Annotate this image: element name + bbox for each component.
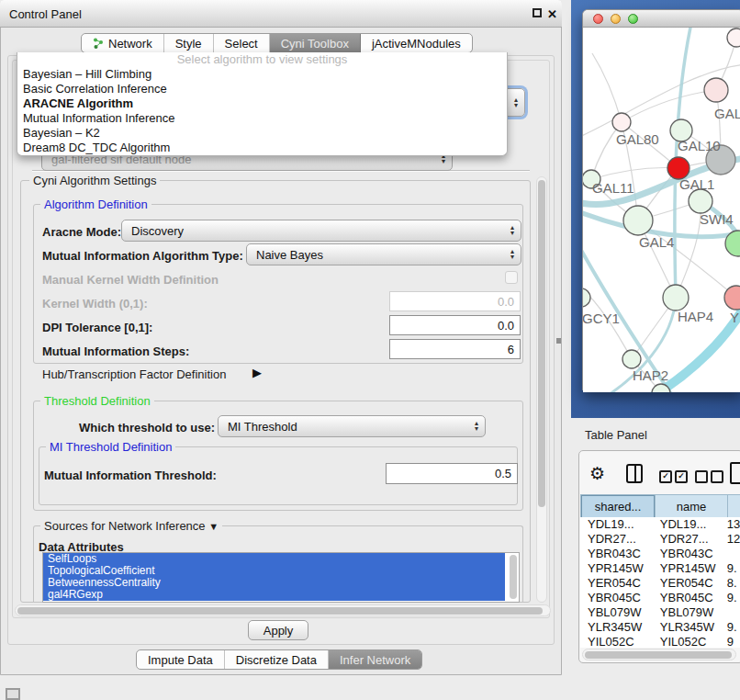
gear-icon[interactable]: ⚙ <box>589 463 605 484</box>
combo-spinner-icon: ▴▾ <box>475 421 478 432</box>
mi-algorithm-type-combo[interactable]: Naive Bayes ▴▾ <box>246 243 521 265</box>
dropdown-item[interactable]: Basic Correlation Inference <box>17 82 507 96</box>
scrollbar-thumb[interactable] <box>538 180 545 507</box>
network-window: GAL80 GAL10 GAL1 GAL11 SWI4 GAL4 GCY1 HA… <box>582 9 740 390</box>
column-header-cut[interactable] <box>728 494 740 519</box>
tab-impute-data[interactable]: Impute Data <box>137 650 225 669</box>
algorithm-dropdown-popup: Select algorithm to view settings Bayesi… <box>17 52 508 156</box>
network-node <box>663 285 689 310</box>
table-row[interactable]: YBR043CYBR043C <box>580 547 740 561</box>
dropdown-prompt: Select algorithm to view settings <box>17 52 507 67</box>
minimized-panel-icon[interactable] <box>6 688 20 700</box>
table-row[interactable]: YDL19...YDL19...13 <box>580 517 740 532</box>
tab-jactivemnodules[interactable]: jActiveMNodules <box>361 34 472 52</box>
expand-arrow-icon[interactable]: ▶ <box>252 366 262 379</box>
table-row[interactable]: YBR045CYBR045C9. <box>580 591 740 605</box>
network-node <box>727 28 740 47</box>
dropdown-item[interactable]: Mutual Information Inference <box>17 111 507 126</box>
table-panel-title: Table Panel <box>585 428 647 442</box>
screen: Control Panel ✕ Network Style Select Cyn… <box>0 0 740 700</box>
data-attributes-list: SelfLoops TopologicalCoefficient Between… <box>42 552 520 603</box>
settings-vertical-scrollbar[interactable] <box>536 176 547 603</box>
combo-spinner-icon: ▴▾ <box>514 97 518 108</box>
dropdown-item[interactable]: Bayesian – Hill Climbing <box>17 67 507 82</box>
float-window-icon[interactable] <box>533 8 542 17</box>
document-icon[interactable] <box>730 462 740 484</box>
network-node <box>623 206 653 235</box>
list-item[interactable]: BetweennessCentrality <box>43 577 505 589</box>
tab-style-label: Style <box>175 37 202 51</box>
network-node <box>622 350 641 368</box>
dpi-tolerance-label: DPI Tolerance [0,1]: <box>42 321 152 334</box>
table-row[interactable]: YPR145WYPR145W9. <box>580 561 740 576</box>
table-horizontal-scrollbar[interactable] <box>582 649 736 660</box>
threshold-definition-title: Threshold Definition <box>40 394 154 408</box>
minimize-traffic-light[interactable] <box>611 14 621 24</box>
list-item[interactable]: gal4RGexp <box>43 589 505 601</box>
node-label: GAL1 <box>679 176 714 192</box>
columns-icon[interactable] <box>626 464 643 483</box>
node-label: GAL <box>714 106 740 121</box>
table-row[interactable]: YBL079WYBL079W <box>580 605 740 620</box>
table-row[interactable]: YER054CYER054C8. <box>580 576 740 591</box>
network-node <box>704 78 728 102</box>
mi-threshold-group-title: MI Threshold Definition <box>46 440 175 454</box>
which-threshold-value: MI Threshold <box>228 420 297 434</box>
tab-cyni-toolbox-label: Cyni Toolbox <box>281 37 349 51</box>
splitter-handle[interactable] <box>556 338 561 344</box>
tab-select-label: Select <box>225 37 258 51</box>
tab-impute-data-label: Impute Data <box>148 653 213 667</box>
close-traffic-light[interactable] <box>593 14 603 24</box>
settings-horizontal-scrollbar[interactable] <box>15 604 551 616</box>
tab-style[interactable]: Style <box>164 34 214 52</box>
select-all-checkboxes-icon[interactable]: ✓✓ <box>659 470 688 483</box>
node-label: GAL4 <box>639 234 674 250</box>
tab-cyni-toolbox[interactable]: Cyni Toolbox <box>270 34 361 52</box>
mi-steps-label: Mutual Information Steps: <box>42 344 189 358</box>
column-header-shared-name[interactable]: shared... <box>580 494 656 519</box>
network-canvas[interactable]: GAL80 GAL10 GAL1 GAL11 SWI4 GAL4 GCY1 HA… <box>583 28 740 392</box>
table-body: YDL19...YDL19...13 YDR27...YDR27...12 YB… <box>580 517 740 648</box>
control-panel-tabs: Network Style Select Cyni Toolbox jActiv… <box>81 33 473 53</box>
sources-title-text: Sources for Network Inference <box>44 519 206 533</box>
node-label: Y <box>730 310 739 325</box>
dpi-tolerance-field[interactable]: 0.0 <box>389 315 521 335</box>
apply-button[interactable]: Apply <box>248 620 308 640</box>
node-label: SWI4 <box>700 211 734 227</box>
zoom-traffic-light[interactable] <box>628 14 638 24</box>
collapse-arrow-icon[interactable]: ▼ <box>208 521 219 532</box>
tab-network[interactable]: Network <box>82 34 164 52</box>
tab-infer-network[interactable]: Infer Network <box>329 650 421 669</box>
node-label: GAL11 <box>592 180 634 196</box>
mi-steps-field[interactable]: 6 <box>389 339 521 359</box>
dropdown-item[interactable]: Bayesian – K2 <box>17 126 507 141</box>
table-row[interactable]: YDR27...YDR27...12 <box>580 532 740 547</box>
tab-select[interactable]: Select <box>214 34 270 52</box>
aracne-mode-combo[interactable]: Discovery ▴▾ <box>121 220 521 242</box>
network-window-titlebar <box>583 10 740 28</box>
dropdown-item-selected[interactable]: ARACNE Algorithm <box>17 96 507 111</box>
network-node <box>612 113 631 131</box>
which-threshold-combo[interactable]: MI Threshold ▴▾ <box>218 415 486 437</box>
aracne-mode-value: Discovery <box>131 224 184 238</box>
column-header-name[interactable]: name <box>656 494 728 519</box>
mi-threshold-field[interactable]: 0.5 <box>386 463 518 484</box>
cyni-mode-tabs: Impute Data Discretize Data Infer Networ… <box>136 649 422 670</box>
close-icon[interactable]: ✕ <box>547 8 557 20</box>
list-scrollbar-thumb[interactable] <box>510 555 517 599</box>
scrollbar-thumb[interactable] <box>17 607 543 615</box>
scrollbar-thumb[interactable] <box>585 651 732 659</box>
table-row[interactable]: YLR345WYLR345W9. <box>580 620 740 635</box>
network-node <box>583 288 590 307</box>
control-panel-titlebar <box>0 0 562 28</box>
which-threshold-label: Which threshold to use: <box>79 421 215 435</box>
mi-algorithm-type-value: Naive Bayes <box>256 248 323 262</box>
control-panel-title: Control Panel <box>9 7 82 21</box>
tab-discretize-data[interactable]: Discretize Data <box>225 650 329 669</box>
dropdown-item[interactable]: Dream8 DC_TDC Algorithm <box>17 141 507 155</box>
tab-network-label: Network <box>108 37 152 51</box>
hub-section-label[interactable]: Hub/Transcription Factor Definition <box>42 367 226 381</box>
manual-kernel-checkbox <box>505 271 518 284</box>
table-row[interactable]: YIL052CYIL052C9 <box>580 635 740 648</box>
deselect-all-checkboxes-icon[interactable] <box>695 470 723 483</box>
